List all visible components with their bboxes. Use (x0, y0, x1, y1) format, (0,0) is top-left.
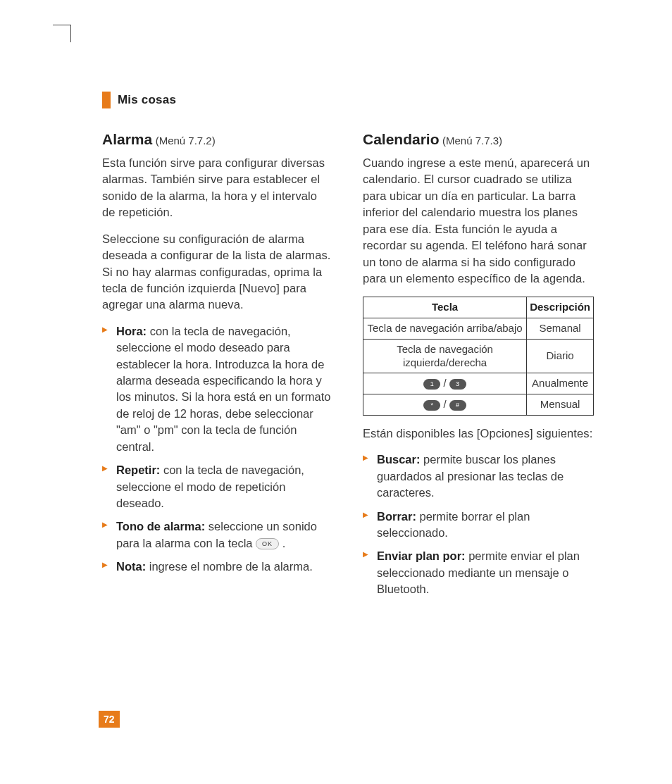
key-hash-icon: # (449, 400, 466, 411)
cell-key: Tecla de navegación arriba/abajo (363, 318, 527, 340)
item-label: Hora: (116, 325, 147, 337)
item-label: Tono de alarma: (116, 520, 205, 533)
item-label: Nota: (116, 560, 146, 573)
calendario-menu-ref: (Menú 7.7.3) (442, 135, 502, 147)
content-columns: Alarma (Menú 7.7.2) Esta función sirve p… (70, 131, 612, 605)
slash: / (443, 377, 446, 389)
item-label: Enviar plan por: (377, 549, 466, 562)
alarma-list: Hora: con la tecla de navegación, selecc… (102, 323, 333, 575)
crop-mark-v (70, 25, 71, 42)
cell-key-btns: 1/3 (363, 373, 527, 394)
cell-desc: Anualmente (527, 373, 594, 394)
cell-desc: Diario (527, 339, 594, 373)
left-column: Alarma (Menú 7.7.2) Esta función sirve p… (102, 131, 333, 605)
heading-row: Alarma (Menú 7.7.2) (102, 131, 333, 148)
key-1-icon: 1 (423, 379, 440, 390)
heading-row: Calendario (Menú 7.7.3) (363, 131, 594, 148)
page-number: 72 (99, 711, 120, 728)
cell-key-btns: */# (363, 394, 527, 416)
item-text: con la tecla de navegación, seleccione e… (116, 325, 331, 453)
cell-key: Tecla de navegación izquierda/derecha (363, 339, 527, 373)
list-item: Nota: ingrese el nombre de la alarma. (102, 559, 333, 575)
table-row: Tecla de navegación izquierda/derecha Di… (363, 339, 594, 373)
section-title: Mis cosas (118, 93, 176, 107)
right-column: Calendario (Menú 7.7.3) Cuando ingrese a… (363, 131, 594, 605)
calendario-list: Buscar: permite buscar los planes guarda… (363, 452, 594, 597)
list-item: Hora: con la tecla de navegación, selecc… (102, 323, 333, 455)
orange-marker-icon (102, 92, 111, 108)
table-row: 1/3 Anualmente (363, 373, 594, 394)
list-item: Buscar: permite buscar los planes guarda… (363, 452, 594, 501)
item-label: Repetir: (116, 463, 160, 476)
alarma-para1: Esta función sirve para configurar diver… (102, 155, 333, 221)
cell-desc: Mensual (527, 394, 594, 416)
section-header: Mis cosas (102, 92, 612, 108)
th-descripcion: Descripción (527, 297, 594, 318)
table-header-row: Tecla Descripción (363, 297, 594, 318)
table-row: Tecla de navegación arriba/abajo Semanal (363, 318, 594, 340)
alarma-menu-ref: (Menú 7.7.2) (156, 135, 216, 147)
item-label: Borrar: (377, 510, 416, 523)
list-item: Repetir: con la tecla de navegación, sel… (102, 462, 333, 511)
crop-mark-h (53, 25, 70, 25)
slash: / (443, 398, 446, 410)
th-tecla: Tecla (363, 297, 527, 318)
key-table: Tecla Descripción Tecla de navegación ar… (363, 297, 594, 416)
key-star-icon: * (423, 400, 440, 411)
cell-desc: Semanal (527, 318, 594, 340)
item-text-after: . (279, 537, 285, 549)
list-item: Enviar plan por: permite enviar el plan … (363, 548, 594, 597)
alarma-para2: Seleccione su configuración de alarma de… (102, 231, 333, 313)
manual-page: Mis cosas Alarma (Menú 7.7.2) Esta funci… (0, 0, 672, 784)
calendario-heading: Calendario (363, 131, 440, 147)
alarma-heading: Alarma (102, 131, 152, 147)
list-item: Tono de alarma: seleccione un sonido par… (102, 518, 333, 552)
ok-key-icon: OK (256, 538, 279, 549)
list-item: Borrar: permite borrar el plan seleccion… (363, 509, 594, 542)
table-row: */# Mensual (363, 394, 594, 416)
item-label: Buscar: (377, 453, 420, 466)
calendario-para1: Cuando ingrese a este menú, aparecerá un… (363, 155, 594, 287)
key-3-icon: 3 (449, 379, 466, 390)
options-intro: Están disponibles las [Opciones] siguien… (363, 425, 594, 442)
item-text: ingrese el nombre de la alarma. (146, 560, 313, 573)
